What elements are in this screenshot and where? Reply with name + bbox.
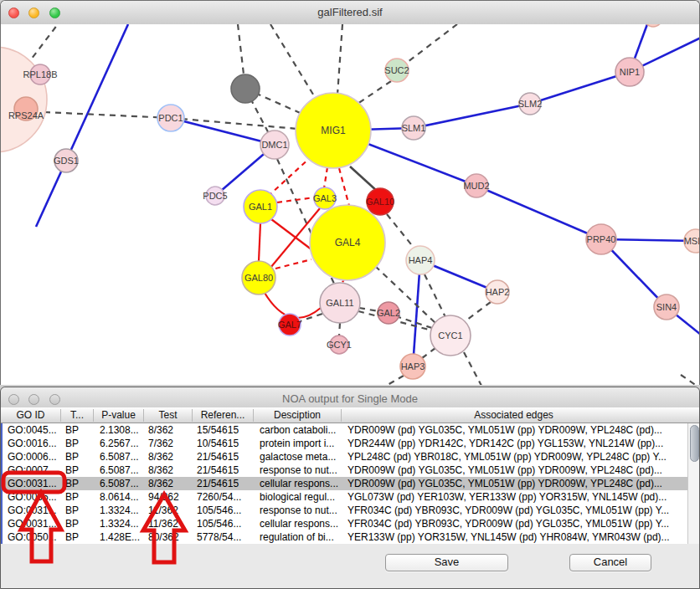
- table-cell: YER133W (pp) YOR315W, YNL145W (pd) YHR08…: [342, 530, 687, 544]
- table-cell: GO:0016...: [3, 437, 62, 450]
- table-cell: GO:0045...: [3, 423, 62, 437]
- table-cell: 7/362: [145, 437, 193, 450]
- cancel-button[interactable]: Cancel: [569, 554, 651, 571]
- graph-edge[interactable]: [350, 166, 378, 192]
- table-cell: 21/54615: [193, 477, 255, 490]
- column-header-5[interactable]: Desciption: [253, 409, 341, 422]
- graph-edge[interactable]: [275, 259, 311, 269]
- graph-node-unnamed-gray[interactable]: [231, 74, 260, 103]
- graph-node-label: PDC1: [158, 113, 183, 123]
- graph-node-label: SUC2: [384, 65, 409, 75]
- table-row[interactable]: GO:0045...BP2.1308...8/36215/54615carbon…: [3, 423, 687, 437]
- graph-edge[interactable]: [386, 376, 404, 385]
- table-cell: response to nut...: [255, 464, 342, 477]
- graph-edge[interactable]: [171, 118, 275, 145]
- table-cell: 8.0614...: [95, 490, 145, 504]
- graph-node-label: GAL80: [244, 273, 273, 283]
- graph-node-label: GAL2: [377, 308, 400, 318]
- table-cell: BP: [62, 423, 95, 437]
- table-row[interactable]: GO:0031...BP1.3324...11/362105/546...cel…: [3, 517, 687, 530]
- table-cell: GO:0031...: [3, 477, 62, 490]
- table-cell: protein import i...: [255, 437, 342, 450]
- table-cell: 2.1308...: [95, 423, 145, 437]
- graph-edge[interactable]: [422, 348, 435, 358]
- graph-edge[interactable]: [387, 214, 414, 248]
- table-cell: YDR009W (pd) YGL035C, YML051W (pp) YDR00…: [342, 477, 687, 490]
- graph-edge[interactable]: [26, 24, 58, 66]
- graph-edge[interactable]: [425, 274, 445, 317]
- graph-edge[interactable]: [413, 260, 420, 366]
- table-row[interactable]: GO:0007...BP6.5087...8/36221/54615respon…: [3, 464, 687, 477]
- table-cell: BP: [62, 450, 95, 464]
- graph-edge[interactable]: [259, 223, 260, 261]
- graph-edge[interactable]: [277, 197, 314, 202]
- table-row[interactable]: GO:0050...BP1.428E...80/3625778/54...reg…: [3, 530, 687, 544]
- column-header-4[interactable]: Referen...: [192, 409, 253, 422]
- graph-edge[interactable]: [339, 323, 340, 335]
- graph-edge[interactable]: [324, 167, 327, 188]
- graph-edge[interactable]: [464, 302, 491, 322]
- table-cell: response to nut...: [255, 504, 342, 517]
- graph-node-label: GAL10: [366, 197, 394, 207]
- graph-edge[interactable]: [681, 375, 697, 385]
- table-cell: 6.5087...: [95, 450, 145, 464]
- graph-edge[interactable]: [476, 186, 601, 239]
- vertical-scrollbar[interactable]: [687, 423, 700, 544]
- graph-node-label: DMC1: [261, 140, 287, 150]
- graph-edge[interactable]: [44, 112, 171, 118]
- table-cell: biological regul...: [255, 490, 342, 504]
- graph-edge[interactable]: [414, 104, 530, 128]
- graph-node-label: SIN4: [656, 302, 677, 312]
- table-cell: GO:0050...: [3, 530, 62, 544]
- scrollbar-thumb[interactable]: [690, 425, 699, 462]
- graph-edge[interactable]: [464, 352, 481, 385]
- graph-edge[interactable]: [404, 24, 457, 64]
- table-row[interactable]: GO:0065...BP8.0614...94/3627260/54...bio…: [3, 490, 687, 504]
- graph-edge[interactable]: [358, 81, 391, 104]
- graph-edge[interactable]: [66, 24, 128, 161]
- table-cell: galactose meta...: [255, 450, 342, 464]
- graph-edge[interactable]: [271, 219, 316, 253]
- graph-edge[interactable]: [339, 168, 349, 206]
- save-button[interactable]: Save: [385, 554, 508, 571]
- graph-node-label: SLM1: [402, 123, 426, 133]
- graph-edge[interactable]: [337, 24, 342, 95]
- table-cell: GO:0007...: [3, 464, 62, 477]
- table-cell: GO:0031...: [3, 504, 62, 517]
- table-cell: cellular respons...: [255, 517, 342, 530]
- graph-edge[interactable]: [530, 72, 630, 104]
- table-row[interactable]: GO:0016...BP6.2567...7/36210/54615protei…: [3, 437, 687, 450]
- table-cell: 6.5087...: [95, 477, 145, 490]
- table-row[interactable]: GO:0031...BP6.5087...8/36221/54615cellul…: [3, 477, 687, 490]
- column-header-0[interactable]: GO ID: [1, 409, 60, 422]
- column-header-1[interactable]: T...: [60, 409, 93, 422]
- network-canvas[interactable]: RPL18BRPS24AGDS1PDC1MIG1SUC2SLM1SLM2NIP1…: [1, 24, 700, 385]
- column-header-2[interactable]: P-value: [93, 409, 143, 422]
- table-cell: regulation of bi...: [255, 530, 342, 544]
- table-cell: 8/362: [145, 464, 193, 477]
- graph-edge[interactable]: [270, 156, 312, 194]
- table-cell: 10/54615: [193, 437, 255, 450]
- network-window: galFiltered.sif RPL18BRPS24AGDS1PDC1MIG1…: [0, 0, 700, 385]
- column-header-6[interactable]: Associated edges: [341, 409, 686, 422]
- table-cell: GO:0006...: [3, 450, 62, 464]
- table-cell: BP: [62, 517, 95, 530]
- graph-node-label: HAP3: [401, 361, 425, 371]
- table-row[interactable]: GO:0031...BP1.3324...11/362105/546...res…: [3, 504, 687, 517]
- table-cell: YGL073W (pd) YER103W, YER133W (pp) YOR31…: [342, 490, 687, 504]
- graph-node-label: MIG1: [321, 125, 346, 136]
- noa-window-title: NOA output for Single Mode: [1, 392, 699, 405]
- table-header[interactable]: GO IDT...P-valueTestReferen...Desciption…: [1, 407, 700, 423]
- table-cell: BP: [62, 504, 95, 517]
- table-cell: GO:0031...: [3, 517, 62, 530]
- graph-node-label: MUD2: [463, 181, 489, 191]
- table-cell: 5778/54...: [193, 530, 255, 544]
- graph-edge[interactable]: [270, 24, 317, 101]
- table-cell: 21/54615: [193, 464, 255, 477]
- network-titlebar[interactable]: galFiltered.sif: [1, 1, 699, 25]
- table-row[interactable]: GO:0006...BP6.5087...8/36221/54615galact…: [3, 450, 687, 464]
- table-cell: YDR009W (pd) YGL035C, YML051W (pp) YDR00…: [342, 423, 687, 437]
- graph-edge[interactable]: [359, 308, 378, 311]
- table-cell: YDR009W (pd) YGL035C, YML051W (pp) YDR00…: [342, 464, 687, 477]
- column-header-3[interactable]: Test: [143, 409, 192, 422]
